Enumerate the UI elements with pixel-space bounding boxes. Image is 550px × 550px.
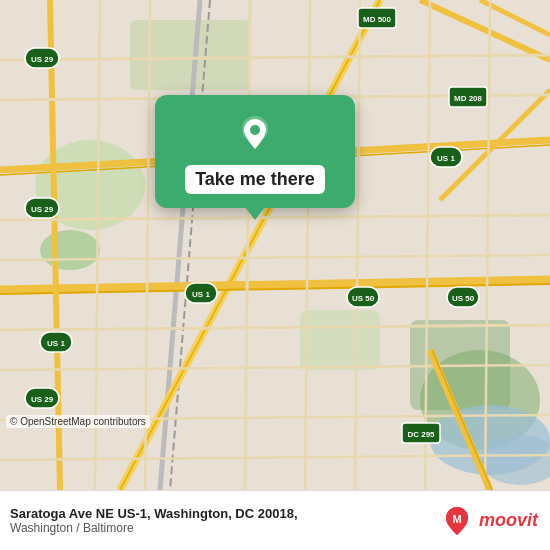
bottom-bar: Saratoga Ave NE US-1, Washington, DC 200… <box>0 490 550 550</box>
address-line: Saratoga Ave NE US-1, Washington, DC 200… <box>10 506 298 521</box>
moovit-text: moovit <box>479 510 538 531</box>
svg-text:DC 295: DC 295 <box>407 430 435 439</box>
svg-text:US 29: US 29 <box>31 55 54 64</box>
svg-text:US 29: US 29 <box>31 205 54 214</box>
map-popup[interactable]: Take me there <box>155 95 355 208</box>
svg-text:US 29: US 29 <box>31 395 54 404</box>
bottom-text: Saratoga Ave NE US-1, Washington, DC 200… <box>10 506 298 535</box>
svg-text:US 1: US 1 <box>192 290 210 299</box>
svg-point-63 <box>250 125 260 135</box>
svg-text:US 1: US 1 <box>47 339 65 348</box>
svg-point-2 <box>40 230 100 270</box>
svg-text:M: M <box>452 513 461 525</box>
region-line: Washington / Baltimore <box>10 521 298 535</box>
svg-text:MD 208: MD 208 <box>454 94 483 103</box>
moovit-logo: M moovit <box>439 503 538 539</box>
osm-credit: © OpenStreetMap contributors <box>6 415 150 428</box>
moovit-icon: M <box>439 503 475 539</box>
location-pin-icon <box>233 113 277 157</box>
svg-text:US 50: US 50 <box>452 294 475 303</box>
map-container: US 29 MD 500 MD 500 MD 208 US 1 US 29 US… <box>0 0 550 490</box>
svg-text:US 50: US 50 <box>352 294 375 303</box>
svg-text:US 1: US 1 <box>437 154 455 163</box>
svg-text:MD 500: MD 500 <box>363 15 392 24</box>
svg-rect-3 <box>300 310 380 370</box>
popup-label[interactable]: Take me there <box>185 165 325 194</box>
